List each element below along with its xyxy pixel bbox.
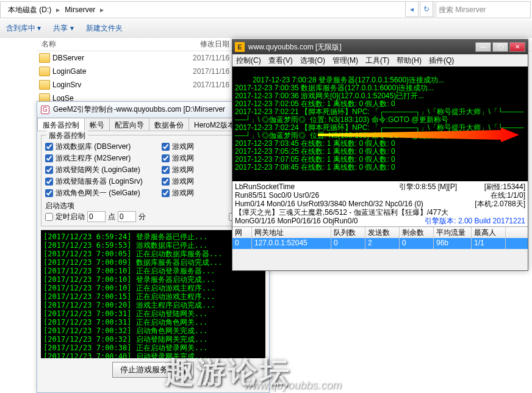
engine-info: LbRunSocketTime引擎:0:8:55 [M][P][刷怪:15344… — [232, 181, 528, 226]
tab-server-control[interactable]: 服务器控制 — [37, 118, 85, 131]
engine-titlebar[interactable]: E www.quyoubbs.com [无限版] — ▢ ✕ — [232, 40, 528, 54]
service-checkbox[interactable] — [45, 166, 53, 174]
folder-icon — [39, 80, 50, 90]
refresh-button[interactable]: ↻ — [420, 1, 433, 17]
address-bar[interactable]: 本地磁盘 (D:) ▸ Mirserver ▸ — [0, 1, 434, 18]
service-label: 游戏登陆网关 (LoginGate) — [56, 165, 159, 175]
service-checkbox[interactable] — [45, 154, 53, 162]
item-name: LoginSrv — [52, 81, 193, 89]
gateway-table: 网关 网关地址 队列数据 发送数据 剩余数据 平均流量 最高人数 0 127.0… — [232, 226, 528, 249]
back-button[interactable]: ◂ — [405, 1, 419, 17]
app-icon: G — [41, 106, 49, 114]
explorer-toolbar: 含到库中 ▾ 共享 ▾ 新建文件夹 — [0, 20, 532, 38]
stop-server-button[interactable]: 停止游戏服务器(?) — [112, 362, 193, 378]
th-send[interactable]: 发送数据 — [365, 227, 400, 238]
menu-options[interactable]: 选项(O) — [300, 56, 325, 66]
tab-account[interactable]: 帐号 — [84, 118, 110, 131]
column-name[interactable]: 名称 — [37, 38, 195, 51]
service-checkbox[interactable] — [45, 143, 53, 151]
window-title: GeeM2引擎控制台-www.quyoubbs.com [D:\Mirserve… — [53, 104, 225, 115]
gateway-label: 游戏网 — [172, 188, 194, 198]
include-library-button[interactable]: 含到库中 ▾ — [6, 23, 41, 34]
engine-title: www.quyoubbs.com [无限版] — [248, 42, 342, 52]
engine-icon: E — [235, 42, 245, 52]
service-label: 游戏主程序 (M2Server) — [56, 153, 159, 164]
service-label: 游戏登陆服务器 (LoginSrv) — [56, 176, 159, 187]
menu-control[interactable]: 控制(C) — [236, 56, 261, 66]
menu-view[interactable]: 查看(V) — [268, 56, 293, 66]
share-button[interactable]: 共享 ▾ — [53, 23, 73, 34]
gateway-label: 游戏网 — [172, 142, 194, 152]
tab-backup[interactable]: 数据备份 — [149, 118, 189, 131]
minute-label: 分 — [138, 212, 146, 222]
gateway-checkbox[interactable] — [162, 189, 170, 197]
item-name: LoginGate — [52, 67, 193, 76]
nav-buttons: ◂ ↻ — [405, 1, 433, 17]
menu-tools[interactable]: 工具(T) — [365, 56, 389, 66]
service-checkbox[interactable] — [45, 178, 53, 186]
th-max[interactable]: 最高人数 — [472, 227, 506, 238]
menu-help[interactable]: 帮助(H) — [397, 56, 422, 66]
minute-spinner[interactable]: 0 — [118, 211, 136, 222]
search-box[interactable]: 搜索 Mirserver — [436, 1, 531, 18]
maximize-button[interactable]: ▢ — [492, 42, 508, 52]
group-label: 服务器控制 — [46, 131, 88, 141]
folder-icon — [39, 67, 50, 76]
column-date[interactable]: 修改日期 — [195, 38, 234, 51]
startup-options-label: 启动选项 — [45, 201, 261, 211]
path-crumb[interactable]: Mirserver — [60, 4, 100, 15]
th-gateway[interactable]: 网关 — [232, 227, 252, 238]
explorer-sidebar — [0, 38, 37, 393]
gateway-checkbox[interactable] — [162, 178, 170, 186]
timed-start-checkbox[interactable] — [45, 213, 53, 221]
table-row[interactable]: 0 127.0.0.1:52045 0 2 0 96b 1/1 — [232, 238, 528, 249]
th-queue[interactable]: 队列数据 — [331, 227, 365, 238]
engine-window: E www.quyoubbs.com [无限版] — ▢ ✕ 控制(C) 查看(… — [232, 39, 528, 271]
timed-start-label: 定时启动 — [56, 212, 85, 222]
gateway-label: 游戏网 — [172, 153, 194, 164]
hour-label: 点 — [108, 212, 115, 222]
engine-log: 2017-12-23 7:00:28 登录服务器(127.0.0.1:5600)… — [232, 67, 528, 181]
minimize-button[interactable]: — — [475, 42, 491, 52]
th-traffic[interactable]: 平均流量 — [434, 227, 472, 238]
gateway-label: 游戏网 — [172, 165, 194, 175]
service-label: 游戏数据库 (DBServer) — [56, 142, 159, 152]
gateway-checkbox[interactable] — [162, 143, 170, 151]
close-button[interactable]: ✕ — [509, 42, 525, 52]
menu-plugins[interactable]: 插件(Q) — [429, 56, 454, 66]
service-checkbox[interactable] — [45, 189, 53, 197]
menu-manage[interactable]: 管理(M) — [332, 56, 358, 66]
chevron-right-icon: ▸ — [100, 5, 104, 14]
service-label: 游戏角色网关一 (SelGate) — [56, 188, 159, 198]
hour-spinner[interactable]: 0 — [87, 211, 106, 222]
th-remain[interactable]: 剩余数据 — [400, 227, 434, 238]
folder-icon — [39, 53, 50, 63]
gateway-checkbox[interactable] — [162, 166, 170, 174]
engine-menubar: 控制(C) 查看(V) 选项(O) 管理(M) 工具(T) 帮助(H) 插件(Q… — [232, 54, 528, 67]
tab-config[interactable]: 配置向导 — [109, 118, 149, 131]
th-address[interactable]: 网关地址 — [252, 227, 331, 238]
path-crumb[interactable]: 本地磁盘 (D:) — [3, 4, 56, 16]
new-folder-button[interactable]: 新建文件夹 — [86, 23, 123, 34]
search-placeholder: 搜索 Mirserver — [439, 5, 486, 15]
gateway-label: 游戏网 — [172, 176, 194, 187]
gateway-checkbox[interactable] — [162, 154, 170, 162]
item-name: DBServer — [52, 54, 193, 62]
